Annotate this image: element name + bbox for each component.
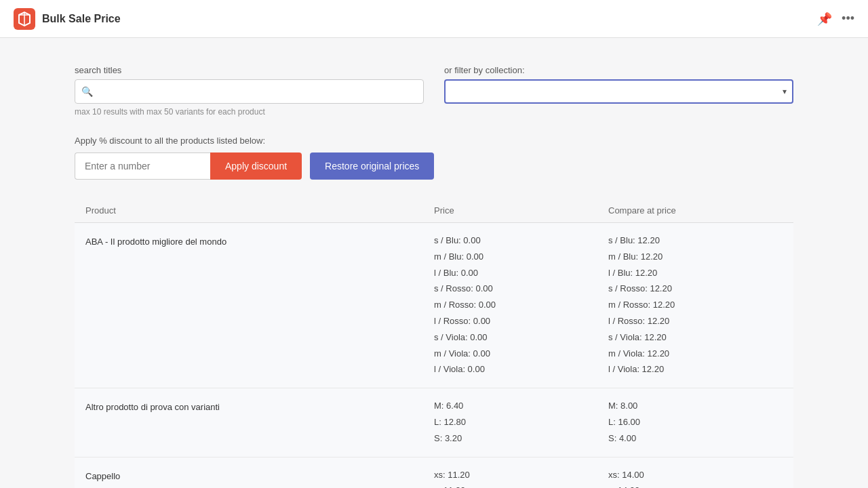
price-item: L: 12.80 <box>434 415 608 430</box>
search-icon: 🔍 <box>81 86 93 97</box>
table-row: ABA - Il prodotto migliore del mondos / … <box>75 223 793 388</box>
price-item: s / Viola: 0.00 <box>434 331 608 345</box>
compare-price-item: M: 8.00 <box>608 399 783 413</box>
more-options-icon[interactable]: ••• <box>842 12 854 26</box>
compare-price-item: l / Rosso: 12.20 <box>608 314 783 329</box>
price-list: xs: 11.20s: 11.20 <box>434 468 608 488</box>
price-item: m / Blu: 0.00 <box>434 250 608 264</box>
discount-input[interactable] <box>75 152 210 180</box>
price-item: S: 3.20 <box>434 432 608 446</box>
compare-price-item: s / Rosso: 12.20 <box>608 282 783 296</box>
table-row: Cappelloxs: 11.20s: 11.20xs: 14.00s: 14.… <box>75 458 793 488</box>
price-list: s / Blu: 0.00m / Blu: 0.00l / Blu: 0.00s… <box>434 234 608 377</box>
collection-filter-select[interactable] <box>444 79 793 104</box>
price-item: xs: 11.20 <box>434 468 608 483</box>
app-title: Bulk Sale Price <box>42 13 121 25</box>
price-item: s / Rosso: 0.00 <box>434 282 608 296</box>
filter-label: or filter by collection: <box>444 65 793 75</box>
topbar: Bulk Sale Price 📌 ••• <box>0 0 868 38</box>
compare-price-item: S: 4.00 <box>608 432 783 446</box>
search-filter-row: search titles 🔍 max 10 results with max … <box>75 65 793 117</box>
product-name: Altro prodotto di prova con varianti <box>85 399 434 445</box>
search-input-wrap: 🔍 <box>75 79 424 104</box>
search-group: search titles 🔍 max 10 results with max … <box>75 65 424 117</box>
table-header: Product Price Compare at price <box>75 199 793 223</box>
compare-price-item: m / Viola: 12.20 <box>608 347 783 361</box>
topbar-right: 📌 ••• <box>817 12 854 26</box>
price-item: l / Blu: 0.00 <box>434 266 608 281</box>
compare-price-item: s: 14.00 <box>608 484 783 488</box>
compare-price-item: L: 16.00 <box>608 415 783 430</box>
price-item: s / Blu: 0.00 <box>434 234 608 248</box>
compare-price-item: s / Blu: 12.20 <box>608 234 783 248</box>
compare-price-list: xs: 14.00s: 14.00 <box>608 468 783 488</box>
price-item: s: 11.20 <box>434 484 608 488</box>
price-item: l / Rosso: 0.00 <box>434 314 608 329</box>
compare-price-item: s / Viola: 12.20 <box>608 331 783 345</box>
filter-group: or filter by collection: ▾ <box>444 65 793 104</box>
filter-select-wrap: ▾ <box>444 79 793 104</box>
discount-controls: Apply discount Restore original prices <box>75 152 793 180</box>
discount-row: Apply % discount to all the products lis… <box>75 136 793 180</box>
table-body: ABA - Il prodotto migliore del mondos / … <box>75 223 793 488</box>
compare-price-item: l / Blu: 12.20 <box>608 266 783 281</box>
main-content: search titles 🔍 max 10 results with max … <box>34 38 834 488</box>
apply-discount-button[interactable]: Apply discount <box>210 152 302 180</box>
table-row: Altro prodotto di prova con variantiM: 6… <box>75 388 793 457</box>
app-logo-icon <box>14 8 35 30</box>
search-label: search titles <box>75 65 424 75</box>
product-name: Cappello <box>85 468 434 488</box>
compare-price-item: m / Rosso: 12.20 <box>608 298 783 312</box>
discount-label: Apply % discount to all the products lis… <box>75 136 793 146</box>
restore-prices-button[interactable]: Restore original prices <box>310 152 434 180</box>
price-item: m / Viola: 0.00 <box>434 347 608 361</box>
col-header-compare: Compare at price <box>608 205 783 216</box>
product-name: ABA - Il prodotto migliore del mondo <box>85 234 434 377</box>
compare-price-list: M: 8.00L: 16.00S: 4.00 <box>608 399 783 445</box>
compare-price-item: xs: 14.00 <box>608 468 783 483</box>
pin-icon[interactable]: 📌 <box>817 12 832 26</box>
search-input[interactable] <box>75 79 424 104</box>
col-header-product: Product <box>85 205 434 216</box>
price-item: l / Viola: 0.00 <box>434 363 608 377</box>
compare-price-item: m / Blu: 12.20 <box>608 250 783 264</box>
col-header-price: Price <box>434 205 608 216</box>
price-list: M: 6.40L: 12.80S: 3.20 <box>434 399 608 445</box>
price-item: M: 6.40 <box>434 399 608 413</box>
price-item: m / Rosso: 0.00 <box>434 298 608 312</box>
topbar-left: Bulk Sale Price <box>14 8 121 30</box>
search-hint: max 10 results with max 50 variants for … <box>75 107 424 117</box>
compare-price-item: l / Viola: 12.20 <box>608 363 783 377</box>
compare-price-list: s / Blu: 12.20m / Blu: 12.20l / Blu: 12.… <box>608 234 783 377</box>
